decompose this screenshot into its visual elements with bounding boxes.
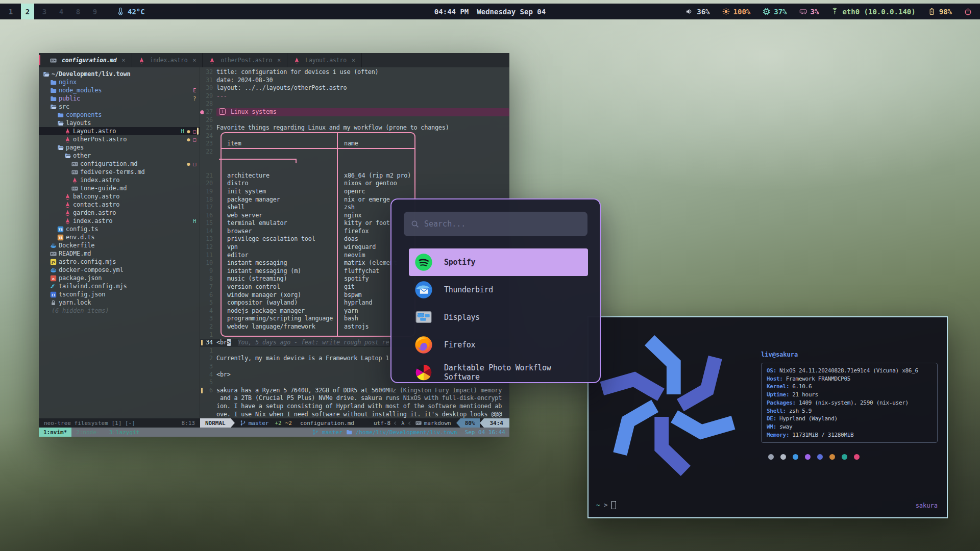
tree-item[interactable]: Layout.astro H●□ bbox=[39, 127, 200, 135]
close-icon[interactable]: × bbox=[122, 57, 126, 64]
workspace-button[interactable]: 8 bbox=[71, 4, 85, 19]
tree-item[interactable]: otherPost.astro ●□ bbox=[39, 135, 200, 143]
temperature-module: 42°C bbox=[116, 8, 145, 16]
tree-item[interactable]: balcony.astro bbox=[39, 192, 200, 201]
tree-item[interactable]: components bbox=[39, 111, 200, 119]
tree-item[interactable]: node_modules E bbox=[39, 86, 200, 94]
tmux-window[interactable]: 2:node- bbox=[71, 428, 104, 437]
launcher-item[interactable]: Firefox bbox=[409, 331, 588, 359]
tree-badge: H bbox=[181, 129, 184, 134]
tree-item[interactable]: nginx bbox=[39, 78, 200, 86]
editor-line[interactable]: 20distronixos or gentoo bbox=[200, 180, 509, 188]
info-value: NixOS 24.11.20240828.71e91c4 (Vicuna) x8… bbox=[779, 367, 918, 375]
tree-item[interactable]: tsconfig.json bbox=[39, 290, 200, 298]
tree-item[interactable]: docker-compose.yml bbox=[39, 266, 200, 274]
editor-line[interactable] bbox=[200, 156, 509, 164]
tree-item[interactable]: index.astro bbox=[39, 176, 200, 184]
info-key: OS: bbox=[767, 367, 776, 375]
tree-item[interactable]: public ? bbox=[39, 94, 200, 103]
workspace-button[interactable]: 1 bbox=[4, 4, 17, 19]
editor-line[interactable]: ove. I use Nix when I need software with… bbox=[200, 411, 509, 418]
launcher-item[interactable]: Spotify bbox=[409, 248, 588, 276]
brightness-value: 100% bbox=[733, 8, 751, 16]
terminal-window[interactable]: liv@sakura OS: NixOS 24.11.20240828.71e9… bbox=[587, 316, 948, 518]
line-number: 26 bbox=[204, 116, 213, 124]
astro-icon bbox=[64, 202, 73, 208]
tree-item[interactable]: contact.astro bbox=[39, 201, 200, 209]
line-text: distronixos or gentoo bbox=[216, 180, 506, 188]
h1-icon: 1 bbox=[219, 108, 226, 115]
tree-item[interactable]: pages bbox=[39, 143, 200, 152]
tree-item[interactable]: (6 hidden items) bbox=[39, 307, 200, 315]
spotify-icon bbox=[414, 253, 433, 271]
tmux-window[interactable]: 1:nvim* bbox=[39, 428, 71, 437]
editor-line[interactable]: 21architecturex86_64 (rip m2 pro) bbox=[200, 172, 509, 180]
volume-module[interactable]: 36% bbox=[685, 8, 709, 16]
editor-tab[interactable]: index.astro × bbox=[132, 53, 203, 67]
editor-line[interactable]: 22 bbox=[200, 148, 509, 156]
tree-item[interactable]: yarn.lock bbox=[39, 298, 200, 307]
line-text: 1 Linux systems bbox=[216, 108, 509, 116]
tree-item[interactable]: README.md bbox=[39, 249, 200, 258]
editor-line[interactable]: 28 bbox=[200, 100, 509, 108]
editor-line[interactable]: 25Favorite things regarding Linux and my… bbox=[200, 124, 509, 132]
power-button[interactable] bbox=[964, 8, 972, 15]
network-module[interactable]: eth0 (10.0.0.140) bbox=[831, 8, 915, 16]
editor-line[interactable]: 29--- bbox=[200, 92, 509, 101]
line-text: architecturex86_64 (rip m2 pro) bbox=[216, 172, 506, 180]
temperature-value: 42°C bbox=[128, 8, 145, 16]
workspace-button[interactable]: 4 bbox=[55, 4, 68, 19]
tree-item[interactable]: ~/Development/liv.town bbox=[39, 70, 200, 78]
launcher-item[interactable]: Displays bbox=[409, 304, 588, 331]
statusline-filename: configuration.md bbox=[300, 420, 354, 427]
editor-line[interactable]: 26 bbox=[200, 116, 509, 124]
close-icon[interactable]: × bbox=[277, 57, 281, 64]
editor-line[interactable] bbox=[200, 164, 509, 172]
editor-tab[interactable]: Layout.astro × bbox=[287, 53, 362, 67]
tree-item[interactable]: fediverse-terms.md bbox=[39, 168, 200, 176]
line-text: sakura has a Ryzen 5 7640U, 32GB of DDR5… bbox=[216, 387, 509, 395]
workspace-button[interactable]: 9 bbox=[88, 4, 102, 19]
editor-line[interactable]: 31date: 2024-08-30 bbox=[200, 77, 509, 85]
md-icon bbox=[50, 57, 59, 64]
search-box[interactable] bbox=[404, 212, 587, 236]
tree-item[interactable]: tone-guide.md bbox=[39, 184, 200, 192]
workspace-button[interactable]: 3 bbox=[38, 4, 51, 19]
launcher-item[interactable]: Darktable Photo Workflow Software bbox=[409, 359, 588, 383]
tree-item[interactable]: astro.config.mjs bbox=[39, 258, 200, 266]
editor-line[interactable]: 32title: configuration for devices i use… bbox=[200, 68, 509, 77]
launcher-item[interactable]: Thunderbird bbox=[409, 276, 588, 304]
tree-badge: □ bbox=[193, 137, 196, 142]
tree-item[interactable]: garden.astro bbox=[39, 209, 200, 217]
shell-prompt[interactable]: ~ > bbox=[596, 501, 616, 509]
tmux-window[interactable]: 3:lazygit bbox=[105, 428, 144, 437]
tree-item[interactable]: tailwind.config.mjs bbox=[39, 282, 200, 290]
tree-item-label: (6 hidden items) bbox=[52, 307, 109, 314]
editor-line[interactable]: 30layout: ../../layouts/otherPost.astro bbox=[200, 84, 509, 92]
editor-tab[interactable]: configuration.md × bbox=[44, 53, 132, 67]
editor-line[interactable]: ion. I have a setup consisting of Hyprla… bbox=[200, 403, 509, 411]
workspace-button[interactable]: 2 bbox=[21, 4, 34, 19]
tree-item-label: contact.astro bbox=[73, 201, 119, 208]
tree-item[interactable]: index.astro H bbox=[39, 217, 200, 225]
tree-item[interactable]: package.json bbox=[39, 274, 200, 282]
editor-tab[interactable]: otherPost.astro × bbox=[203, 53, 287, 67]
tree-item[interactable]: src bbox=[39, 103, 200, 111]
tree-item[interactable]: other bbox=[39, 152, 200, 160]
battery-value: 98% bbox=[939, 8, 952, 16]
editor-line[interactable]: 23itemname bbox=[200, 140, 509, 148]
editor-line[interactable]: 24 bbox=[200, 132, 509, 140]
editor-line[interactable]: 19init systemopenrc bbox=[200, 188, 509, 196]
tree-item[interactable]: config.ts bbox=[39, 225, 200, 233]
tree-item[interactable]: configuration.md ●□ bbox=[39, 160, 200, 168]
close-icon[interactable]: × bbox=[192, 57, 196, 64]
brightness-module[interactable]: 100% bbox=[722, 8, 751, 16]
search-input[interactable] bbox=[424, 219, 580, 229]
editor-line[interactable]: and a 2TB (Crucial P5 Plus) NVMe drive. … bbox=[200, 394, 509, 403]
tree-item[interactable]: env.d.ts bbox=[39, 233, 200, 241]
editor-line[interactable]: 6sakura has a Ryzen 5 7640U, 32GB of DDR… bbox=[200, 387, 509, 395]
editor-line[interactable]: 271 Linux systems bbox=[200, 108, 509, 116]
tree-item[interactable]: layouts bbox=[39, 119, 200, 127]
tree-item[interactable]: Dockerfile bbox=[39, 241, 200, 249]
close-icon[interactable]: × bbox=[352, 57, 355, 64]
